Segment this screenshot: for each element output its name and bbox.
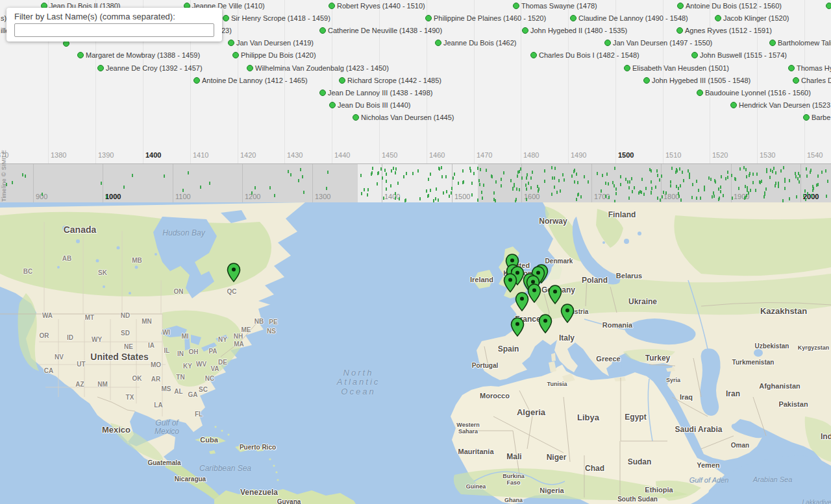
event-dot[interactable]: [522, 27, 528, 34]
event-dot[interactable]: [97, 65, 104, 71]
event-label[interactable]: Jan Van Deursen (1419): [236, 38, 314, 47]
event-dot[interactable]: [769, 40, 776, 46]
event-density-tick: [462, 181, 464, 184]
timeline-overview-band[interactable]: 9001000110012001300140015001600170018001…: [0, 163, 831, 202]
event-density-tick: [538, 187, 540, 191]
event-density-tick: [526, 176, 527, 180]
event-dot[interactable]: [730, 102, 737, 108]
event-dot[interactable]: [353, 114, 359, 121]
event-dot[interactable]: [228, 40, 234, 46]
event-density-tick: [435, 197, 436, 200]
event-dot[interactable]: [329, 102, 336, 108]
last-name-filter-input[interactable]: [14, 23, 214, 37]
event-dot[interactable]: [425, 15, 432, 21]
event-label[interactable]: Charles Du: [801, 76, 831, 85]
map-pin[interactable]: [503, 273, 517, 293]
event-density-tick: [481, 191, 482, 194]
event-dot[interactable]: [435, 40, 441, 46]
map-pin[interactable]: [510, 317, 525, 337]
event-density-tick: [602, 174, 603, 177]
event-dot[interactable]: [676, 27, 683, 34]
map-pin[interactable]: [527, 283, 541, 303]
map-pin[interactable]: [227, 263, 241, 282]
event-dot[interactable]: [803, 114, 810, 121]
decade-label: 1540: [807, 151, 823, 159]
event-density-tick: [364, 188, 365, 191]
event-dot[interactable]: [643, 77, 650, 84]
event-label[interactable]: Margaret de Mowbray (1388 - 1459): [86, 51, 200, 60]
event-dot[interactable]: [826, 3, 831, 9]
event-dot[interactable]: [604, 40, 611, 46]
event-density-tick: [478, 179, 480, 182]
event-label[interactable]: Thomas Swayne (1478): [521, 1, 597, 10]
event-dot[interactable]: [624, 65, 630, 71]
map-pin[interactable]: [538, 314, 552, 333]
event-label[interactable]: Jean Du Bois III (1440): [338, 101, 411, 110]
event-label[interactable]: Jean De Lannoy III (1438 - 1498): [328, 88, 432, 97]
event-density-tick: [627, 180, 628, 184]
map-pin[interactable]: [560, 304, 575, 323]
event-label[interactable]: Jeanne Du Bois (1462): [443, 38, 517, 47]
event-density-tick: [384, 169, 386, 172]
event-dot[interactable]: [232, 52, 239, 58]
event-label[interactable]: Philippine De Plaines (1460 - 1520): [434, 14, 546, 23]
event-label[interactable]: Sir Henry Scrope (1418 - 1459): [231, 14, 330, 23]
event-dot[interactable]: [319, 27, 326, 34]
event-dot[interactable]: [691, 52, 698, 58]
event-dot[interactable]: [193, 77, 200, 84]
event-dot[interactable]: [77, 52, 84, 58]
event-label[interactable]: John Hygebed II (1480 - 1535): [530, 26, 627, 35]
event-dot[interactable]: [570, 15, 577, 21]
event-label[interactable]: Robert Ryves (1440 - 1510): [337, 1, 425, 10]
event-dot[interactable]: [715, 15, 721, 21]
event-label[interactable]: Jan Van Deursen (1497 - 1550): [613, 38, 712, 47]
map-pin[interactable]: [548, 285, 562, 304]
event-density-tick: [419, 197, 421, 200]
event-density-tick: [473, 172, 475, 175]
event-label[interactable]: Barbe: [812, 113, 830, 122]
event-label[interactable]: Catherine De Neuville (1438 - 1490): [328, 26, 442, 35]
event-density-tick: [628, 197, 630, 200]
event-dot[interactable]: [247, 65, 253, 71]
event-density-tick: [438, 198, 439, 202]
event-density-tick: [764, 191, 765, 195]
event-dot[interactable]: [530, 52, 537, 58]
event-label[interactable]: Jeanne De Croy (1392 - 1457): [106, 64, 203, 73]
event-label[interactable]: Wilhelmina Van Zoudenbalg (1423 - 1450): [255, 64, 389, 73]
event-dot[interactable]: [788, 65, 795, 71]
event-density-tick: [525, 184, 527, 187]
event-label[interactable]: Philippe Du Bois (1420): [241, 51, 316, 60]
event-label[interactable]: John Hygebed III (1505 - 1548): [652, 76, 750, 85]
century-label: 1000: [105, 193, 121, 200]
event-label[interactable]: Thomas Hyg: [797, 64, 831, 73]
map-canvas[interactable]: Hudson BayNorth Atlantic OceanGulf of Me…: [0, 202, 831, 504]
event-label[interactable]: Antoine Du Bois (1512 - 1560): [686, 1, 782, 10]
event-label[interactable]: Agnes Ryves (1512 - 1591): [685, 26, 772, 35]
event-density-tick: [775, 184, 776, 187]
event-label[interactable]: Baudouine Lyonnel (1516 - 1560): [705, 88, 811, 97]
event-label[interactable]: Bartholomew Taliafe: [778, 38, 831, 47]
event-label[interactable]: Jacob Klinger (1520): [723, 14, 789, 23]
event-dot[interactable]: [697, 90, 703, 96]
event-label[interactable]: Nicholas Van Deursen (1445): [361, 113, 454, 122]
event-label[interactable]: John Buswell (1515 - 1574): [700, 51, 787, 60]
event-dot[interactable]: [677, 3, 684, 9]
event-label[interactable]: Antoine De Lannoy (1412 - 1465): [202, 76, 308, 85]
event-label[interactable]: Charles Du Bois I (1482 - 1548): [539, 51, 639, 60]
event-dot[interactable]: [793, 77, 799, 84]
terrain: [674, 215, 831, 276]
event-density-tick: [303, 191, 304, 194]
event-dot[interactable]: [339, 77, 345, 84]
event-label[interactable]: Elisabeth Van Heusden (1501): [632, 64, 729, 73]
event-density-tick: [676, 185, 677, 188]
event-label[interactable]: Claudine De Lannoy (1490 - 1548): [578, 14, 688, 23]
event-dot[interactable]: [223, 15, 229, 21]
event-label[interactable]: Richard Scrope (1442 - 1485): [347, 76, 441, 85]
event-density-tick: [493, 198, 495, 201]
event-dot[interactable]: [329, 3, 335, 9]
event-density-tick: [544, 169, 545, 173]
event-dot[interactable]: [513, 3, 519, 9]
map-pin[interactable]: [515, 292, 529, 311]
event-label[interactable]: Hendrick Van Deursen (1523 - 1: [739, 101, 831, 110]
event-dot[interactable]: [319, 90, 326, 96]
